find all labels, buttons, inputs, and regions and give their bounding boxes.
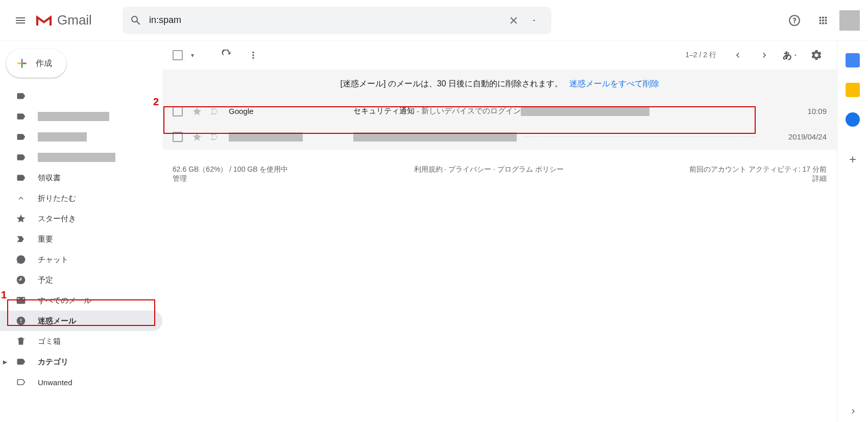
banner-text: [迷惑メール] のメールは、30 日後に自動的に削除されます。 [340, 79, 563, 88]
calendar-addon[interactable] [846, 53, 860, 67]
caret-down-icon [531, 17, 537, 24]
search-options-button[interactable] [524, 10, 544, 31]
message-checkbox[interactable] [173, 132, 183, 142]
sidebar-item-カテゴリ[interactable]: ▶カテゴリ [0, 351, 162, 372]
message-date: 10:09 [765, 107, 827, 115]
refresh-icon [221, 50, 232, 61]
toolbar: ▼ 1–2 / 2 行 あ [162, 41, 837, 69]
prev-page-button[interactable] [728, 45, 748, 65]
sidebar-item-label: ゴミ箱 [38, 337, 61, 346]
sidebar-item-label: カテゴリ [38, 357, 68, 367]
select-dropdown[interactable]: ▼ [190, 53, 195, 58]
spam-banner: [迷惑メール] のメールは、30 日後に自動的に削除されます。 迷惑メールをすべ… [162, 69, 837, 99]
redacted-label [38, 132, 87, 142]
sidebar-item-label: スター付き [38, 214, 76, 224]
message-date: 2019/04/24 [765, 132, 827, 141]
apps-grid-icon [817, 15, 829, 26]
importance-icon [209, 132, 220, 142]
sidebar-item-label-3[interactable] [0, 147, 162, 168]
gmail-text: Gmail [57, 12, 92, 28]
chevron-left-icon [733, 50, 743, 60]
snippet-text: 新しいデバイスでのログイン [421, 106, 521, 116]
select-all-checkbox[interactable] [173, 50, 183, 60]
sidebar-item-重要[interactable]: 重要 [0, 229, 162, 249]
plus-icon [15, 57, 29, 70]
compose-button[interactable]: 作成 [6, 49, 66, 78]
search-bar[interactable] [123, 7, 551, 34]
label-fill-icon [15, 172, 27, 183]
sidebar-item-Unwanted[interactable]: Unwanted [0, 372, 162, 392]
refresh-button[interactable] [216, 45, 237, 65]
sidebar-item-label: 領収書 [38, 173, 61, 183]
compose-label: 作成 [36, 58, 52, 69]
delete-all-spam-link[interactable]: 迷惑メールをすべて削除 [569, 79, 659, 88]
sidebar-item-スター付き[interactable]: スター付き [0, 208, 162, 229]
keep-addon[interactable] [846, 83, 860, 97]
expand-caret-icon: ▶ [3, 359, 7, 365]
sidebar-item-label-1[interactable] [0, 106, 162, 127]
star-outline-icon [192, 106, 202, 116]
apps-button[interactable] [811, 8, 835, 33]
gear-icon [810, 49, 823, 61]
account-avatar[interactable] [839, 10, 860, 31]
storage-manage-link[interactable]: 管理 [173, 174, 288, 183]
chat-icon [15, 254, 27, 265]
redacted-sender [229, 132, 303, 142]
policy-links[interactable]: 利用規約 · プライバシー · プログラム ポリシー [414, 165, 564, 183]
message-subject [353, 132, 763, 142]
label-fill-icon [15, 90, 27, 102]
sidebar-item-すべてのメール[interactable]: すべてのメール [0, 290, 162, 311]
importance-icon [209, 106, 220, 116]
mail-icon [15, 295, 27, 306]
trash-icon [15, 336, 27, 347]
message-checkbox[interactable] [173, 106, 183, 116]
activity-text: 前回のアカウント アクティビティ: 17 分前 [689, 165, 827, 174]
label-outline-icon [15, 377, 27, 388]
message-row[interactable]: 2019/04/24 [162, 124, 837, 150]
activity-detail-link[interactable]: 詳細 [689, 174, 827, 183]
star-button[interactable] [192, 132, 202, 142]
sidebar-item-label-0[interactable] [0, 86, 162, 106]
sidebar-item-ゴミ箱[interactable]: ゴミ箱 [0, 331, 162, 351]
footer: 62.6 GB（62%） / 100 GB を使用中 管理 利用規約 · プライ… [162, 150, 837, 199]
star-button[interactable] [192, 106, 202, 116]
sidebar-item-label: 迷惑メール [38, 316, 76, 326]
star-outline-icon [192, 132, 202, 142]
label-fill-icon [15, 356, 27, 367]
collapse-side-panel[interactable] [849, 407, 858, 416]
importance-button[interactable] [209, 132, 220, 142]
sidebar-item-折りたたむ[interactable]: 折りたたむ [0, 188, 162, 208]
redacted-label [38, 112, 109, 121]
chevron-right-icon [759, 50, 769, 60]
sidebar-item-領収書[interactable]: 領収書 [0, 168, 162, 188]
next-page-button[interactable] [754, 45, 775, 65]
help-button[interactable] [782, 8, 807, 33]
help-icon [788, 14, 801, 27]
main-menu-button[interactable] [8, 8, 33, 33]
message-row[interactable]: Googleセキュリティ通知 - 新しいデバイスでのログイン10:09 [162, 99, 837, 124]
sidebar: 作成 領収書折りたたむスター付き重要チャット予定すべてのメール迷惑メールゴミ箱▶… [0, 41, 162, 422]
gmail-logo[interactable]: Gmail [35, 12, 92, 28]
sidebar-item-チャット[interactable]: チャット [0, 249, 162, 270]
sidebar-item-label: チャット [38, 255, 68, 265]
sidebar-item-予定[interactable]: 予定 [0, 270, 162, 290]
more-vert-icon [248, 50, 259, 61]
get-addons-button[interactable]: + [849, 152, 856, 167]
tasks-addon[interactable] [846, 112, 860, 127]
input-tool-button[interactable]: あ [783, 49, 798, 61]
sidebar-item-迷惑メール[interactable]: 迷惑メール [0, 311, 162, 331]
sidebar-item-label: 予定 [38, 275, 53, 285]
sidebar-item-label: 重要 [38, 235, 53, 244]
chevron-right-icon [849, 407, 858, 416]
sidebar-item-label: 折りたたむ [38, 194, 76, 203]
message-subject: セキュリティ通知 - 新しいデバイスでのログイン [353, 106, 763, 116]
clear-search-button[interactable] [503, 10, 524, 31]
importance-button[interactable] [209, 106, 220, 116]
annotation-1: 1 [1, 289, 7, 301]
search-input[interactable] [142, 15, 503, 26]
message-sender: Google [229, 107, 351, 115]
sidebar-item-label-2[interactable] [0, 127, 162, 147]
more-button[interactable] [243, 45, 263, 65]
redacted-subject [353, 132, 517, 142]
settings-button[interactable] [806, 45, 827, 65]
